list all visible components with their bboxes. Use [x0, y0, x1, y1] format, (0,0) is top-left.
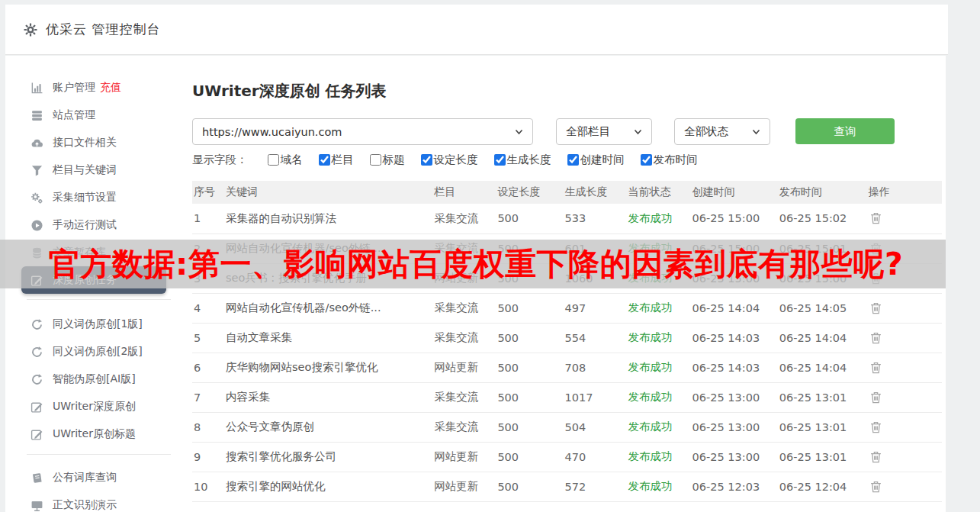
- col-status: 当前状态: [627, 181, 691, 204]
- cell-keyword: 搜索引擎的网站优化: [224, 472, 432, 501]
- cell-seq: 10: [192, 472, 224, 501]
- table-row: 4 网站自动化宣传机器/seo外链... 采集交流 500 497 发布成功 0…: [192, 293, 942, 323]
- checkbox[interactable]: [268, 154, 279, 166]
- cell-published: 06-25 12:04: [778, 472, 867, 501]
- bar-chart-icon: [31, 82, 43, 95]
- checkbox[interactable]: [641, 154, 652, 166]
- cell-status: 发布成功: [627, 323, 691, 353]
- column-select[interactable]: 全部栏目: [556, 118, 652, 145]
- col-published: 发布时间: [778, 181, 867, 204]
- cell-set-length: 500: [496, 353, 563, 382]
- checkbox[interactable]: [567, 154, 579, 166]
- cell-published: 06-25 14:04: [778, 353, 867, 382]
- sidebar-item-manual-run-test[interactable]: 手动运行测试: [21, 211, 166, 239]
- cell-seq: 6: [192, 353, 224, 382]
- field-checkbox-published[interactable]: 发布时间: [641, 153, 698, 167]
- trash-icon[interactable]: [869, 330, 883, 346]
- sidebar-item-label: 账户管理: [53, 81, 95, 95]
- cell-status: 发布成功: [627, 204, 691, 233]
- trash-icon[interactable]: [869, 300, 883, 316]
- cell-set-length: 500: [496, 472, 563, 501]
- recharge-badge[interactable]: 充值: [100, 81, 121, 95]
- site-select[interactable]: https://www.ucaiyun.com: [192, 118, 533, 145]
- trash-icon[interactable]: [869, 389, 883, 405]
- cell-set-length: 500: [496, 293, 563, 323]
- sidebar-item-synonym-v1[interactable]: 同义词伪原创[1版]: [21, 311, 166, 338]
- table-row: 10 搜索引擎的网站优化 网站更新 500 572 发布成功 06-25 12:…: [192, 472, 942, 501]
- app-root: 优采云 管理控制台 账户管理 充值 站点管理: [0, 0, 980, 512]
- cell-status: 发布成功: [627, 442, 691, 472]
- cell-seq: 5: [192, 323, 224, 353]
- checkbox[interactable]: [494, 154, 506, 166]
- sidebar-divider: [27, 299, 171, 300]
- sidebar-item-columns-keywords[interactable]: 栏目与关键词: [21, 156, 166, 184]
- field-checkbox-title[interactable]: 标题: [370, 153, 405, 167]
- cell-published: 06-25 13:01: [778, 382, 867, 412]
- sidebar-item-label: 栏目与关键词: [53, 163, 117, 177]
- checkbox[interactable]: [421, 154, 432, 166]
- status-select[interactable]: 全部状态: [674, 118, 770, 145]
- sidebar-item-public-lexicon[interactable]: 公有词库查询: [21, 464, 166, 491]
- sidebar: 账户管理 充值 站点管理 接口文件相关 栏目与关键词: [5, 74, 192, 512]
- chevron-down-icon: [515, 129, 523, 135]
- field-checkbox-gen-length[interactable]: 生成长度: [494, 153, 551, 167]
- field-checkbox-column[interactable]: 栏目: [319, 153, 354, 167]
- table-row: 1 采集器的自动识别算法 采集交流 500 533 发布成功 06-25 15:…: [192, 204, 942, 233]
- sidebar-item-label: 同义词伪原创[2版]: [53, 345, 143, 359]
- field-checkbox-created[interactable]: 创建时间: [567, 153, 625, 167]
- trash-icon[interactable]: [869, 449, 883, 465]
- cell-status: 发布成功: [627, 353, 691, 382]
- cell-actions: [867, 353, 942, 382]
- trash-icon[interactable]: [869, 359, 883, 375]
- checkbox[interactable]: [319, 154, 330, 166]
- app-title: 优采云 管理控制台: [46, 21, 160, 38]
- cell-status: 发布成功: [627, 293, 691, 323]
- cell-keyword: 公众号文章伪原创: [224, 412, 432, 442]
- cell-keyword: 网站自动化宣传机器/seo外链...: [224, 293, 432, 323]
- cell-keyword: 采集器的自动识别算法: [224, 204, 432, 233]
- sidebar-item-uwriter-title[interactable]: UWriter原创标题: [21, 420, 166, 448]
- book-icon: [31, 472, 43, 485]
- sidebar-item-label: 正文识别演示: [53, 498, 117, 512]
- cell-seq: 1: [192, 204, 224, 233]
- checkbox[interactable]: [370, 154, 381, 166]
- cell-keyword: 自动文章采集: [224, 323, 432, 353]
- cell-gen-length: 572: [563, 472, 626, 501]
- cell-published: 06-25 13:01: [778, 442, 867, 472]
- sidebar-item-content-recognition[interactable]: 正文识别演示: [21, 491, 166, 512]
- cell-set-length: 500: [496, 204, 563, 233]
- sidebar-divider: [27, 454, 171, 455]
- cell-seq: 8: [192, 412, 224, 442]
- fields-label: 显示字段：: [192, 153, 248, 167]
- cell-set-length: 500: [496, 323, 563, 353]
- table-row: 6 庆华购物网站seo搜索引擎优化 网站更新 500 708 发布成功 06-2…: [192, 353, 942, 382]
- cell-status: 发布成功: [627, 472, 691, 501]
- trash-icon[interactable]: [869, 419, 883, 435]
- query-button[interactable]: 查询: [795, 118, 895, 144]
- cell-column: 网站更新: [432, 353, 496, 382]
- sidebar-item-collect-settings[interactable]: 采集细节设置: [21, 184, 166, 211]
- table-header-row: 序号 关键词 栏目 设定长度 生成长度 当前状态 创建时间 发布时间 操作: [192, 181, 942, 204]
- sidebar-item-smart-ai[interactable]: 智能伪原创[AI版]: [21, 365, 166, 393]
- table-row: 5 自动文章采集 采集交流 500 554 发布成功 06-25 14:03 0…: [192, 323, 942, 353]
- sidebar-item-synonym-v2[interactable]: 同义词伪原创[2版]: [21, 338, 166, 365]
- site-select-value: https://www.ucaiyun.com: [202, 126, 342, 138]
- sidebar-item-sites[interactable]: 站点管理: [21, 101, 166, 129]
- trash-icon[interactable]: [869, 478, 883, 494]
- col-created: 创建时间: [691, 181, 778, 204]
- col-actions: 操作: [867, 181, 942, 204]
- field-checkbox-domain[interactable]: 域名: [268, 153, 303, 167]
- sidebar-item-uwriter-deep[interactable]: UWriter深度原创: [21, 393, 166, 420]
- status-select-value: 全部状态: [684, 124, 728, 139]
- gears-icon: [31, 192, 43, 204]
- overlay-caption: 官方数据:第一、影响网站百度权重下降的因素到底有那些呢?: [49, 243, 903, 285]
- overlay-band: 官方数据:第一、影响网站百度权重下降的因素到底有那些呢?: [0, 240, 946, 288]
- sidebar-item-account[interactable]: 账户管理 充值: [21, 74, 166, 101]
- sidebar-item-label: 接口文件相关: [53, 136, 117, 150]
- refresh-icon: [31, 346, 43, 359]
- trash-icon[interactable]: [869, 210, 883, 226]
- chevron-down-icon: [752, 129, 760, 135]
- sidebar-item-interface-files[interactable]: 接口文件相关: [21, 129, 166, 156]
- field-checkbox-set-length[interactable]: 设定长度: [421, 153, 478, 167]
- cell-created: 06-25 13:00: [691, 442, 778, 472]
